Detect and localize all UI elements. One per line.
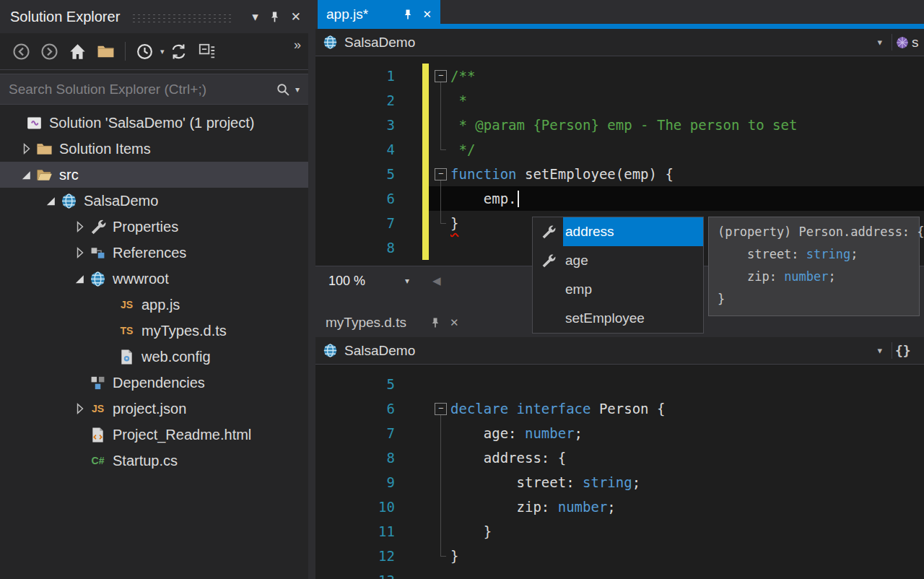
code-segment: * [450, 92, 467, 108]
line-number: 10 [315, 495, 395, 519]
code-segment: ; [575, 425, 583, 441]
project-dropdown[interactable]: SalsaDemo [344, 35, 415, 51]
pending-changes-filter-icon[interactable] [136, 43, 154, 61]
collapse-region-icon[interactable]: − [435, 70, 447, 82]
pin-icon[interactable] [430, 317, 441, 328]
search-icon[interactable] [276, 82, 290, 97]
back-icon[interactable] [12, 43, 30, 61]
tree-item-project-readme-html[interactable]: Project_Readme.html [0, 422, 308, 448]
member-dropdown-partial[interactable]: s [895, 29, 924, 56]
tree-item-label: Startup.cs [113, 453, 178, 469]
zoom-select[interactable]: 100 % ▾ [321, 274, 417, 289]
collapse-region-icon[interactable]: − [435, 168, 447, 180]
code-text: declare interface Person { [450, 396, 665, 421]
home-icon[interactable] [69, 43, 87, 61]
code-line-9[interactable]: 9 street: string; [315, 470, 924, 495]
scroll-left-icon[interactable]: ◀ [432, 274, 441, 287]
code-line-13[interactable]: 13 [315, 568, 924, 579]
tab-mytypes[interactable]: myTypes.d.ts ✕ [315, 308, 469, 337]
completion-item-age[interactable]: age [533, 246, 703, 275]
search-input[interactable]: Search Solution Explorer (Ctrl+;) ▾ [0, 74, 308, 105]
toolbar-overflow-icon[interactable]: » [294, 38, 301, 53]
close-icon[interactable]: ✕ [291, 11, 301, 23]
pin-icon[interactable] [402, 9, 414, 20]
collapse-all-icon[interactable] [198, 43, 216, 61]
member-dropdown-partial[interactable]: {} [895, 337, 924, 364]
chevron-expanded-icon[interactable] [19, 167, 35, 183]
code-segment: Person { [590, 401, 665, 417]
property-wrench-icon [533, 217, 563, 246]
chevron-collapsed-icon[interactable] [72, 219, 88, 235]
code-line-7[interactable]: 7 age: number; [315, 421, 924, 445]
chevron-expanded-icon[interactable] [72, 271, 88, 287]
panel-title: Solution Explorer [10, 9, 120, 25]
tooltip-line: street: string; [718, 243, 910, 266]
fold-toggle[interactable]: − [435, 70, 450, 82]
drag-grip[interactable] [131, 13, 232, 24]
fold-toggle[interactable]: − [435, 403, 450, 415]
code-segment: /** [450, 68, 475, 84]
project-dropdown[interactable]: SalsaDemo [344, 343, 415, 359]
chevron-collapsed-icon[interactable] [19, 141, 35, 157]
code-line-2[interactable]: 2 * [315, 88, 924, 113]
tree-item-app-js[interactable]: JSapp.js [0, 292, 308, 318]
member-label: s [912, 35, 919, 51]
modified-line-indicator [422, 137, 429, 162]
code-line-11[interactable]: 11 } [315, 519, 924, 544]
line-number: 8 [315, 445, 395, 470]
code-segment: number [558, 499, 608, 515]
code-line-4[interactable]: 4 */ [315, 137, 924, 162]
code-line-6[interactable]: 6−declare interface Person { [315, 396, 924, 421]
property-wrench-icon [533, 246, 563, 275]
code-segment [508, 401, 516, 417]
modbar-spacer [422, 421, 429, 445]
tree-item-wwwroot[interactable]: wwwroot [0, 266, 308, 292]
code-segment: } [450, 548, 458, 564]
close-icon[interactable]: ✕ [450, 316, 459, 329]
search-options-chevron-icon[interactable]: ▾ [295, 84, 300, 95]
tab-appjs[interactable]: app.js* ✕ [318, 0, 440, 29]
tree-item-references[interactable]: References [0, 240, 308, 266]
code-line-1[interactable]: 1−/** [315, 64, 924, 88]
tree-item-src[interactable]: src [0, 162, 308, 188]
completion-item-setemployee[interactable]: setEmployee [533, 304, 703, 333]
collapse-region-icon[interactable]: − [435, 403, 447, 415]
code-line-8[interactable]: 8 address: { [315, 445, 924, 470]
fold-toggle[interactable]: − [435, 168, 450, 180]
chevron-down-icon[interactable]: ▾ [877, 345, 882, 356]
code-line-5[interactable]: 5−function setEmployee(emp) { [315, 162, 924, 186]
chevron-collapsed-icon[interactable] [72, 245, 88, 261]
forward-icon[interactable] [40, 43, 58, 61]
code-line-5[interactable]: 5 [315, 372, 924, 396]
tree-item-startup-cs[interactable]: C#Startup.cs [0, 448, 308, 474]
tree-item-properties[interactable]: Properties [0, 214, 308, 240]
tree-item-dependencies[interactable]: Dependencies [0, 370, 308, 396]
refresh-icon[interactable] [170, 43, 188, 61]
chevron-down-icon[interactable]: ▾ [877, 37, 882, 48]
tree-item-solution-salsademo-1-project[interactable]: Solution 'SalsaDemo' (1 project) [0, 110, 308, 136]
filter-chevron-icon[interactable]: ▾ [160, 47, 165, 56]
tree-item-mytypes-d-ts[interactable]: TSmyTypes.d.ts [0, 318, 308, 344]
close-icon[interactable]: ✕ [422, 8, 432, 21]
completion-item-address[interactable]: address [533, 217, 703, 246]
code-line-3[interactable]: 3 * @param {Person} emp - The person to … [315, 113, 924, 137]
wrench-icon [90, 219, 106, 235]
window-position-chevron-icon[interactable]: ▾ [252, 11, 258, 23]
code-line-10[interactable]: 10 zip: number; [315, 495, 924, 519]
chevron-expanded-icon[interactable] [43, 193, 59, 209]
arrow-spacer [101, 323, 117, 339]
arrow-spacer [72, 427, 88, 443]
tree-item-project-json[interactable]: JSproject.json [0, 396, 308, 422]
tree-item-salsademo[interactable]: SalsaDemo [0, 188, 308, 214]
pin-icon[interactable] [269, 11, 281, 23]
ts-icon: TS [118, 323, 135, 339]
line-content: −declare interface Person { [429, 396, 924, 421]
sync-with-active-document-icon[interactable] [97, 43, 115, 61]
code-line-6[interactable]: 6 emp. [315, 186, 924, 211]
completion-item-emp[interactable]: emp [533, 275, 703, 304]
chevron-collapsed-icon[interactable] [72, 401, 88, 417]
code-editor-mytypes[interactable]: 56−declare interface Person {7 age: numb… [315, 365, 924, 579]
code-line-12[interactable]: 12} [315, 544, 924, 568]
tree-item-solution-items[interactable]: Solution Items [0, 136, 308, 162]
tree-item-web-config[interactable]: web.config [0, 344, 308, 370]
